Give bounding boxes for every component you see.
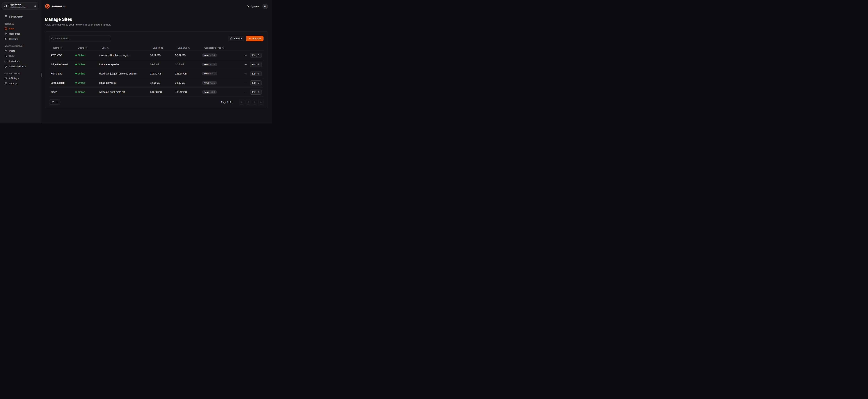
column-header-site[interactable]: Site [99, 47, 150, 49]
refresh-button[interactable]: Refresh [228, 36, 244, 41]
table-body: AWS VPCOnlinevivacious-little-blue-pengu… [49, 51, 264, 97]
column-header-connection-type[interactable]: Connection Type [202, 47, 244, 49]
data-in-cell: 5.00 MB [150, 63, 175, 66]
row-menu-button[interactable] [244, 81, 247, 85]
server-icon [4, 15, 7, 18]
sidebar-item-api-keys[interactable]: API Keys [0, 75, 41, 81]
sidebar-item-label: Roles [9, 55, 15, 57]
sidebar-item-sites[interactable]: Sites [0, 26, 41, 31]
sidebar-section-label: GENERAL [4, 23, 38, 25]
combine-icon [4, 27, 7, 30]
sidebar: Organization milo@fossorial.io's ... Ser… [0, 0, 41, 123]
ellipsis-icon [244, 63, 247, 66]
sidebar-item-settings[interactable]: Settings [0, 81, 41, 86]
site-name-cell: Office [51, 91, 75, 93]
edit-button[interactable]: Edit [250, 62, 262, 67]
sidebar-item-server-admin[interactable]: Server Admin [0, 14, 41, 19]
column-header-name[interactable]: Name [51, 47, 75, 49]
arrow-right-icon [257, 54, 260, 56]
connection-type-cell: Newtv1.3.2 [202, 63, 244, 66]
topbar: PANGOLIN System M [41, 0, 272, 12]
online-status-label: Online [78, 63, 85, 66]
sidebar-item-users[interactable]: Users [0, 48, 41, 53]
page-subtitle: Allow connectivity to your network throu… [45, 23, 268, 26]
online-status-cell: Online [75, 91, 99, 93]
org-selector-label: Organization [9, 3, 32, 6]
arrow-right-icon [257, 72, 260, 75]
site-id-cell: dead-san-joaquin-antelope-squirrel [99, 72, 150, 75]
sidebar-item-label: Sites [9, 27, 14, 30]
row-menu-button[interactable] [244, 72, 247, 75]
online-status-cell: Online [75, 63, 99, 66]
sort-icon [222, 47, 224, 49]
brand-name: PANGOLIN [52, 5, 66, 8]
last-page-button[interactable] [258, 100, 264, 105]
chevrons-right-icon [260, 101, 262, 103]
column-header-data-out[interactable]: Data Out [175, 47, 202, 49]
column-header-data-in[interactable]: Data In [150, 47, 175, 49]
sites-table: Name Online Site Data In Data Out Connec… [49, 45, 264, 97]
ellipsis-icon [244, 54, 247, 57]
site-id-cell: welcome-giant-mole-rat [99, 91, 150, 93]
user-icon [4, 49, 7, 52]
sort-icon [161, 47, 163, 49]
sidebar-item-domains[interactable]: Domains [0, 36, 41, 41]
row-menu-button[interactable] [244, 54, 247, 57]
edit-button[interactable]: Edit [250, 81, 262, 85]
sidebar-item-label: Settings [9, 82, 18, 85]
moon-icon [247, 5, 249, 8]
plus-icon [249, 37, 251, 40]
arrow-right-icon [257, 82, 260, 84]
table-row: OfficeOnlinewelcome-giant-mole-rat534.98… [49, 88, 264, 97]
connection-type-cell: Newtv1.3.2 [202, 54, 244, 57]
org-selector-value: milo@fossorial.io's ... [9, 6, 32, 9]
site-name-cell: AWS VPC [51, 54, 75, 57]
connection-type-badge: Newtv1.3.2 [202, 63, 217, 66]
online-dot [75, 73, 77, 74]
chevron-down-icon [56, 101, 58, 103]
key-icon [4, 77, 7, 80]
row-menu-button[interactable] [244, 90, 247, 94]
sidebar-item-label: Server Admin [9, 16, 23, 18]
edit-button[interactable]: Edit [250, 90, 262, 95]
data-out-cell: 141.68 GB [175, 72, 202, 75]
chevrons-up-down-icon [34, 5, 36, 7]
theme-toggle-button[interactable]: System [247, 5, 259, 8]
sidebar-item-roles[interactable]: Roles [0, 53, 41, 59]
users-icon [4, 55, 7, 57]
chevron-left-icon [247, 101, 249, 103]
first-page-button[interactable] [239, 100, 244, 105]
sidebar-section-label: ORGANIZATION [4, 72, 38, 75]
arrow-right-icon [257, 91, 260, 93]
sidebar-item-label: Invitations [9, 60, 20, 62]
org-selector[interactable]: Organization milo@fossorial.io's ... [2, 2, 38, 10]
edit-button[interactable]: Edit [250, 53, 262, 58]
connection-type-cell: Newtv1.3.2 [202, 81, 244, 85]
waypoints-icon [4, 32, 7, 35]
settings-icon [4, 82, 7, 85]
add-site-button[interactable]: Add Site [246, 36, 264, 41]
sidebar-item-resources[interactable]: Resources [0, 31, 41, 36]
sidebar-item-shareable-links[interactable]: Shareable Links [0, 64, 41, 69]
sidebar-item-invitations[interactable]: Invitations [0, 59, 41, 64]
sidebar-section-label: ACCESS CONTROL [4, 45, 38, 47]
page-content: Manage Sites Allow connectivity to your … [41, 12, 272, 109]
sidebar-nav: Server AdminGENERALSitesResourcesDomains… [0, 12, 41, 86]
site-id-cell: vivacious-little-blue-penguin [99, 54, 150, 57]
page-title: Manage Sites [45, 17, 268, 22]
pangolin-logo-icon [45, 4, 50, 9]
data-in-cell: 534.98 GB [150, 91, 175, 93]
column-header-online[interactable]: Online [75, 47, 99, 49]
avatar[interactable]: M [262, 4, 268, 9]
next-page-button[interactable] [252, 100, 257, 105]
previous-page-button[interactable] [246, 100, 251, 105]
sidebar-item-label: Domains [9, 38, 18, 40]
table-row: Edge Device 01Onlinefortunate-cape-fox5.… [49, 60, 264, 69]
connection-type-cell: Newtv1.3.2 [202, 72, 244, 75]
data-in-cell: 12.65 GB [150, 82, 175, 84]
page-size-select[interactable]: 20 [49, 99, 60, 105]
row-menu-button[interactable] [244, 63, 247, 66]
edit-button[interactable]: Edit [250, 71, 262, 76]
search-input[interactable] [55, 37, 109, 40]
data-in-cell: 30.12 MB [150, 54, 175, 57]
